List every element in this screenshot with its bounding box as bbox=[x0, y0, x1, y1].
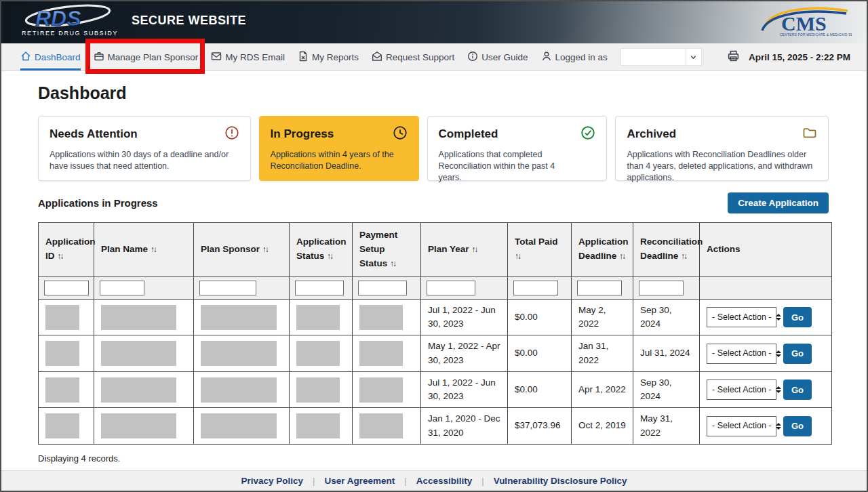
nav-item-user-guide[interactable]: User Guide bbox=[467, 43, 528, 70]
nav-item-manage-plan-sponsor[interactable]: Manage Plan Sponsor bbox=[94, 43, 199, 70]
divider: | bbox=[404, 476, 406, 486]
go-button[interactable]: Go bbox=[783, 416, 812, 436]
nav-item-label: User Guide bbox=[481, 52, 528, 62]
sort-icon[interactable]: ↑↓ bbox=[515, 251, 520, 261]
nav-item-request-support[interactable]: Request Support bbox=[372, 43, 454, 70]
total-paid-cell: $0.00 bbox=[508, 371, 572, 408]
create-application-button[interactable]: Create Application bbox=[728, 192, 829, 213]
card-description: Applications with Reconciliation Deadlin… bbox=[627, 149, 817, 184]
filter-plan-year-input[interactable] bbox=[427, 281, 475, 295]
select-action-dropdown[interactable]: - Select Action - bbox=[707, 344, 776, 364]
redacted-plan-name bbox=[101, 377, 176, 403]
redacted-application-status bbox=[296, 341, 340, 366]
redacted-application-id bbox=[45, 413, 79, 438]
sort-icon[interactable]: ↑↓ bbox=[619, 251, 625, 261]
nav-item-label: Logged in as bbox=[555, 52, 608, 62]
filter-total-paid-input[interactable] bbox=[513, 281, 558, 295]
logged-in-user-dropdown[interactable] bbox=[620, 47, 702, 66]
select-spinner-icon bbox=[776, 423, 781, 430]
column-header-payment-setup-status[interactable]: Payment Setup Status ↑↓ bbox=[353, 223, 421, 277]
go-button[interactable]: Go bbox=[783, 380, 812, 400]
card-description: Applications that completed Reconciliati… bbox=[439, 149, 578, 184]
nav-item-my-rds-email[interactable]: My RDS Email bbox=[211, 43, 285, 70]
folder-icon bbox=[802, 125, 817, 143]
footer-link-accessibility[interactable]: Accessibility bbox=[416, 476, 473, 486]
sort-icon[interactable]: ↑↓ bbox=[681, 251, 686, 261]
table-row: Jul 1, 2022 - Jun 30, 2023 $0.00 May 2, … bbox=[39, 299, 832, 335]
applications-table: Application ID ↑↓ Plan Name ↑↓ Plan Spon… bbox=[38, 222, 832, 445]
printer-icon[interactable] bbox=[727, 49, 740, 65]
plan-year-cell: Jul 1, 2022 - Jun 30, 2023 bbox=[421, 299, 508, 335]
rds-logo: RDS RETIREE DRUG SUBSIDY bbox=[20, 4, 122, 41]
column-header-application-deadline[interactable]: Application Deadline ↑↓ bbox=[572, 223, 633, 277]
sort-icon[interactable]: ↑↓ bbox=[390, 259, 395, 268]
redacted-plan-sponsor bbox=[201, 305, 277, 330]
card-title: Completed bbox=[439, 127, 498, 141]
nav-item-logged-in-as[interactable]: Logged in as bbox=[541, 43, 608, 70]
filter-plan-name-input[interactable] bbox=[100, 281, 144, 295]
nav-item-my-reports[interactable]: My Reports bbox=[298, 43, 359, 70]
rds-logo-text: RDS bbox=[35, 6, 81, 30]
chevron-down-icon bbox=[686, 48, 702, 66]
sort-icon[interactable]: ↑↓ bbox=[151, 245, 156, 254]
rds-secure-website-window: RDS RETIREE DRUG SUBSIDY SECURE WEBSITE … bbox=[0, 0, 868, 492]
reconciliation-deadline-cell: Sep 30, 2024 bbox=[633, 371, 700, 408]
filter-plan-sponsor-input[interactable] bbox=[199, 281, 256, 295]
nav-item-dashboard[interactable]: DashBoard bbox=[20, 43, 81, 70]
logged-in-user-value-redacted bbox=[620, 48, 686, 66]
filter-payment-setup-status-input[interactable] bbox=[358, 281, 407, 295]
total-paid-cell: $0.00 bbox=[508, 299, 572, 335]
redacted-application-id bbox=[45, 305, 79, 330]
plan-year-cell: May 1, 2022 - Apr 30, 2023 bbox=[421, 335, 508, 372]
card-archived[interactable]: Archived Applications with Reconciliatio… bbox=[615, 116, 829, 181]
table-row: Jan 1, 2020 - Dec 31, 2020 $37,073.96 Oc… bbox=[39, 408, 832, 445]
redacted-application-status bbox=[296, 305, 340, 330]
application-deadline-cell: Jan 31, 2022 bbox=[572, 335, 633, 372]
nav-item-label: Manage Plan Sponsor bbox=[108, 52, 199, 62]
select-spinner-icon bbox=[776, 386, 781, 393]
redacted-application-id bbox=[45, 341, 79, 366]
column-header-plan-sponsor[interactable]: Plan Sponsor ↑↓ bbox=[194, 223, 290, 277]
redacted-plan-name bbox=[101, 413, 176, 438]
sort-icon[interactable]: ↑↓ bbox=[327, 251, 332, 261]
nav-item-label: DashBoard bbox=[35, 52, 81, 62]
go-button[interactable]: Go bbox=[783, 307, 812, 327]
reconciliation-deadline-cell: Jul 31, 2024 bbox=[633, 335, 700, 372]
column-header-application-status[interactable]: Application Status ↑↓ bbox=[290, 223, 353, 277]
filter-application-deadline-input[interactable] bbox=[577, 281, 622, 295]
alert-circle-icon bbox=[224, 125, 239, 143]
home-icon bbox=[20, 51, 31, 64]
person-icon bbox=[541, 51, 552, 64]
column-header-reconciliation-deadline[interactable]: Reconciliation Deadline ↑↓ bbox=[633, 223, 700, 277]
select-action-dropdown[interactable]: - Select Action - bbox=[707, 380, 776, 400]
column-header-plan-name[interactable]: Plan Name ↑↓ bbox=[94, 223, 194, 277]
select-spinner-icon bbox=[776, 350, 781, 357]
card-completed[interactable]: Completed Applications that completed Re… bbox=[427, 116, 608, 181]
footer-link-privacy-policy[interactable]: Privacy Policy bbox=[241, 476, 304, 486]
go-button[interactable]: Go bbox=[783, 344, 812, 364]
redacted-plan-sponsor bbox=[201, 413, 277, 438]
report-file-icon bbox=[298, 51, 309, 64]
column-header-total-paid[interactable]: Total Paid ↑↓ bbox=[508, 223, 572, 277]
footer-link-user-agreement[interactable]: User Agreement bbox=[325, 476, 395, 486]
info-circle-icon bbox=[467, 51, 478, 64]
footer-link-vulnerability-disclosure-policy[interactable]: Vulnerability Disclosure Policy bbox=[494, 476, 627, 486]
cms-logo-subtext: CENTERS FOR MEDICARE & MEDICAID SERVICES bbox=[780, 33, 852, 37]
sort-icon[interactable]: ↑↓ bbox=[57, 251, 62, 261]
filter-application-id-input[interactable] bbox=[44, 281, 89, 295]
select-action-dropdown[interactable]: - Select Action - bbox=[707, 307, 776, 327]
redacted-application-status bbox=[296, 377, 340, 403]
sort-icon[interactable]: ↑↓ bbox=[471, 245, 477, 254]
card-needs-attention[interactable]: Needs Attention Applications within 30 d… bbox=[38, 116, 251, 181]
sort-icon[interactable]: ↑↓ bbox=[262, 245, 268, 254]
column-header-plan-year[interactable]: Plan Year ↑↓ bbox=[421, 223, 508, 277]
select-action-dropdown[interactable]: - Select Action - bbox=[707, 416, 776, 436]
column-header-application-id[interactable]: Application ID ↑↓ bbox=[39, 223, 94, 277]
card-title: Needs Attention bbox=[50, 127, 138, 141]
filter-reconciliation-deadline-input[interactable] bbox=[639, 281, 684, 295]
cms-logo: CMS CENTERS FOR MEDICARE & MEDICAID SERV… bbox=[761, 6, 852, 41]
card-description: Applications within 30 days of a deadlin… bbox=[50, 149, 239, 172]
filter-application-status-input[interactable] bbox=[295, 281, 344, 295]
card-in-progress[interactable]: In Progress Applications within 4 years … bbox=[259, 116, 419, 181]
records-count-text: Displaying 4 records. bbox=[38, 453, 829, 464]
